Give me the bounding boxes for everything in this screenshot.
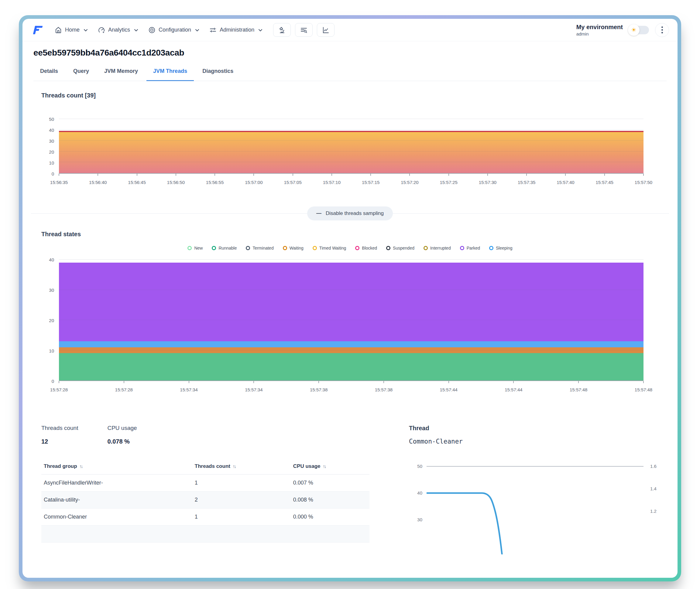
legend-item-terminated[interactable]: Terminated: [246, 246, 273, 250]
legend-item-waiting[interactable]: Waiting: [283, 246, 303, 250]
x-tick-mark: [487, 174, 488, 176]
nav-administration-label: Administration: [220, 27, 254, 33]
thread-groups-panel: Threads count 12 CPU usage 0.078 % Threa…: [41, 425, 370, 554]
table-cell: 0.007 %: [291, 474, 370, 492]
disable-threads-sampling-button[interactable]: — Disable threads sampling: [307, 206, 393, 220]
administration-sliders-icon: [209, 26, 217, 34]
app-logo-icon[interactable]: [31, 24, 43, 36]
tab-jvm-memory[interactable]: JVM Memory: [98, 63, 145, 81]
x-tick-label: 15:57:34: [245, 387, 263, 392]
sort-icon: ↑↓: [323, 463, 326, 469]
thread-groups-table: Thread group↑↓Threads count↑↓CPU usage↑↓…: [41, 459, 370, 543]
log-search-button[interactable]: [295, 23, 313, 37]
sort-icon: ↑↓: [80, 463, 82, 469]
thread-states-legend: NewRunnableTerminatedWaitingTimed Waitin…: [35, 246, 665, 250]
thread-detail-heading: Thread: [409, 425, 665, 432]
thread-states-heading: Thread states: [41, 231, 678, 238]
cpu-usage-stat-value: 0.078 %: [107, 438, 137, 445]
table-cell: AsyncFileHandlerWriter-: [41, 474, 192, 492]
y-tick-label: 0: [52, 171, 54, 176]
x-tick-mark: [215, 174, 215, 176]
y-tick-label: 10: [49, 348, 54, 353]
legend-swatch-icon: [246, 246, 250, 250]
legend-item-blocked[interactable]: Blocked: [355, 246, 377, 250]
window-frame: Home Analytics Configuration Administrat…: [19, 15, 681, 581]
legend-swatch-icon: [313, 246, 317, 250]
table-row[interactable]: Common-Cleaner10.000 %: [41, 509, 370, 526]
y-tick-label: 40: [49, 128, 54, 133]
x-tick-mark: [124, 381, 124, 383]
x-tick-label: 15:57:50: [635, 180, 652, 185]
legend-swatch-icon: [355, 246, 360, 250]
x-tick-mark: [565, 174, 566, 176]
tab-query[interactable]: Query: [66, 63, 96, 81]
x-tick-mark: [318, 381, 319, 383]
legend-label: Sleeping: [496, 246, 513, 250]
tab-diagnostics[interactable]: Diagnostics: [196, 63, 240, 81]
y-tick-label: 20: [49, 149, 54, 155]
metrics-chart-button[interactable]: [317, 23, 334, 37]
column-header-cpu-usage[interactable]: CPU usage↑↓: [291, 459, 370, 474]
x-tick-label: 15:57:44: [440, 387, 457, 392]
x-tick-mark: [604, 174, 605, 176]
legend-item-new[interactable]: New: [187, 246, 202, 250]
threads-count-stat-value: 12: [41, 438, 78, 445]
tab-details[interactable]: Details: [33, 63, 65, 81]
legend-item-runnable[interactable]: Runnable: [212, 246, 237, 250]
column-header-threads-count[interactable]: Threads count↑↓: [192, 459, 291, 474]
table-row[interactable]: [41, 526, 370, 543]
right-axis-label: 1.2: [650, 509, 657, 514]
nav-home[interactable]: Home: [50, 23, 93, 37]
table-row[interactable]: AsyncFileHandlerWriter-10.007 %: [41, 474, 370, 492]
home-icon: [55, 26, 62, 34]
x-tick-mark: [384, 381, 384, 383]
x-tick-mark: [643, 174, 644, 176]
legend-item-timed-waiting[interactable]: Timed Waiting: [313, 246, 346, 250]
legend-label: Suspended: [393, 246, 414, 250]
x-tick-mark: [58, 381, 59, 383]
nav-administration[interactable]: Administration: [204, 23, 268, 37]
gridline: [59, 289, 644, 290]
x-tick-label: 15:57:25: [440, 180, 457, 185]
thread-detail-left-axis: 504030: [409, 463, 427, 554]
threads-count-chart: 01020304050: [33, 119, 644, 174]
x-tick-label: 15:57:28: [50, 387, 68, 392]
x-tick-label: 15:57:20: [401, 180, 418, 185]
legend-swatch-icon: [386, 246, 390, 250]
legend-item-interrupted[interactable]: Interrupted: [424, 246, 451, 250]
table-cell: 1: [192, 474, 291, 492]
y-tick-label: 20: [49, 318, 54, 323]
nav-analytics[interactable]: Analytics: [93, 23, 143, 37]
table-cell: 0.000 %: [291, 509, 370, 526]
tab-jvm-threads[interactable]: JVM Threads: [146, 63, 194, 81]
x-tick-mark: [578, 381, 579, 383]
cpu-usage-stat: CPU usage 0.078 %: [107, 425, 137, 445]
environment-info: My environment admin: [576, 24, 623, 36]
thread-detail-line: [427, 463, 644, 554]
legend-item-sleeping[interactable]: Sleeping: [489, 246, 513, 250]
configuration-target-icon: [148, 26, 156, 34]
legend-label: Parked: [467, 246, 480, 250]
profiler-microscope-button[interactable]: [273, 23, 291, 37]
y-tick-label: 40: [49, 257, 54, 262]
x-tick-mark: [448, 174, 449, 176]
x-tick-label: 15:57:05: [284, 180, 301, 185]
legend-item-suspended[interactable]: Suspended: [386, 246, 414, 250]
x-tick-label: 15:57:00: [245, 180, 263, 185]
legend-label: Blocked: [362, 246, 377, 250]
x-tick-mark: [189, 381, 189, 383]
x-tick-mark: [137, 174, 137, 176]
x-tick-label: 15:57:15: [362, 180, 380, 185]
theme-toggle[interactable]: ☀: [629, 26, 649, 34]
nav-configuration[interactable]: Configuration: [143, 23, 204, 37]
x-tick-label: 15:57:38: [310, 387, 327, 392]
x-tick-mark: [331, 174, 332, 176]
legend-item-parked[interactable]: Parked: [460, 246, 480, 250]
environment-user: admin: [576, 31, 623, 36]
table-row[interactable]: Catalina-utility-20.008 %: [41, 492, 370, 509]
threads-count-stat-label: Threads count: [41, 425, 78, 431]
column-header-thread-group[interactable]: Thread group↑↓: [41, 459, 192, 474]
x-tick-label: 15:56:45: [128, 180, 146, 185]
overflow-menu-button[interactable]: [655, 23, 669, 37]
tab-bar: Details Query JVM Memory JVM Threads Dia…: [33, 63, 667, 81]
